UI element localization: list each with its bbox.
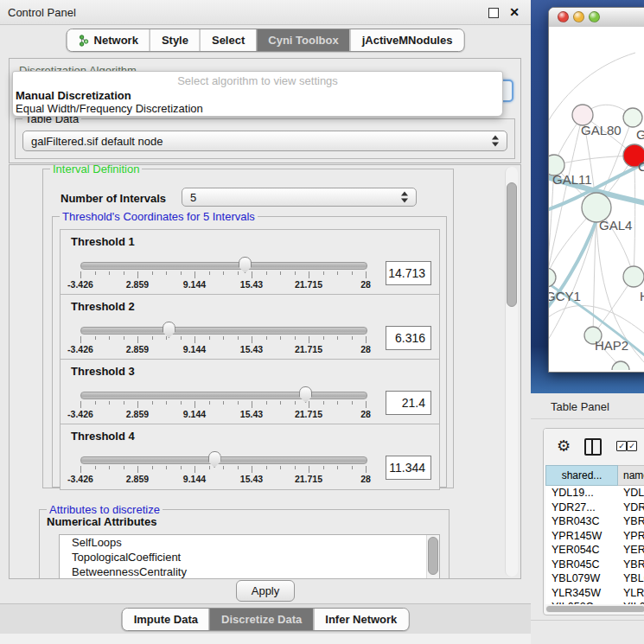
gear-icon[interactable]: ⚙	[557, 437, 571, 456]
num-intervals-combobox[interactable]: 5	[182, 188, 417, 207]
tick	[323, 466, 324, 469]
tick	[309, 466, 309, 473]
table-row[interactable]: YBL079WYBL079W	[545, 571, 644, 586]
tick	[280, 401, 281, 405]
numerical-attributes-list[interactable]: SelfLoopsTopologicalCoefficientBetweenne…	[59, 534, 440, 579]
slider-track[interactable]	[80, 327, 367, 335]
network-node-gcy1[interactable]	[549, 268, 556, 287]
apply-button[interactable]: Apply	[236, 580, 295, 602]
tab-select[interactable]: Select	[200, 29, 256, 51]
tick	[366, 466, 367, 473]
attribute-item[interactable]: TopologicalCoefficient	[60, 550, 439, 564]
tab-label: Impute Data	[134, 613, 198, 626]
tick	[124, 271, 124, 275]
tick	[252, 271, 252, 278]
tick-label: 28	[360, 409, 371, 419]
attribute-item[interactable]: BetweennessCentrality	[60, 564, 439, 579]
table-row[interactable]: YER054CYER054C	[545, 543, 644, 558]
list-scrollbar[interactable]	[426, 535, 439, 579]
spinner-arrows-icon	[492, 136, 500, 147]
column-header-name[interactable]: name	[618, 465, 644, 486]
tick	[181, 466, 182, 469]
tab-cyni-toolbox[interactable]: Cyni Toolbox	[256, 29, 349, 51]
checkbox-icon[interactable]: ✓	[627, 441, 637, 451]
tick-label: 21.715	[295, 279, 322, 290]
tab-discretize-data[interactable]: Discretize Data	[209, 609, 313, 630]
split-columns-icon[interactable]	[584, 438, 602, 456]
threshold-value-field[interactable]: 21.4	[386, 391, 431, 415]
network-window: GAL80GACGAL11GAL4GCY1HHAP2	[548, 7, 644, 373]
table-data-combobox[interactable]: galFiltered.sif default node	[22, 131, 507, 151]
threshold-value-field[interactable]: 6.316	[386, 326, 431, 350]
tab-label: Select	[212, 34, 245, 47]
table-row[interactable]: YBR045CYBR045C	[545, 558, 644, 572]
table-panel-title: Table Panel	[551, 400, 609, 413]
tab-style[interactable]: Style	[150, 29, 200, 51]
tick-label: 21.715	[295, 409, 322, 419]
zoom-traffic-light[interactable]	[589, 11, 600, 22]
cell-name: YBR043C	[618, 515, 644, 527]
table-row[interactable]: YPR145WYPR145W	[545, 529, 644, 544]
close-traffic-light[interactable]	[558, 11, 569, 22]
tick	[137, 466, 138, 473]
tick	[366, 401, 367, 408]
tick	[352, 466, 353, 469]
network-node-bottom-cut[interactable]	[612, 361, 629, 370]
table-toolbar: ⚙ ✓ ✓	[544, 429, 644, 465]
table-row[interactable]: YIL052CYIL052C	[545, 600, 644, 604]
tick-label: 9.144	[183, 344, 206, 354]
table-hscrollbar-thumb[interactable]	[546, 606, 644, 612]
tick	[238, 271, 239, 275]
tick	[238, 466, 239, 469]
slider-track[interactable]	[80, 456, 367, 464]
network-node-top-right[interactable]	[623, 108, 642, 127]
column-header-shared[interactable]: shared...	[545, 465, 618, 486]
edge	[634, 167, 635, 277]
numerical-attributes-label: Numerical Attributes	[47, 515, 156, 528]
tick-label: 28	[360, 474, 371, 484]
application-root: Control Panel ✕ NetworkStyleSelectCyni T…	[0, 0, 644, 644]
panel-scrollbar[interactable]	[505, 167, 518, 577]
num-intervals-value: 5	[190, 191, 196, 204]
attribute-item[interactable]: SelfLoops	[60, 535, 439, 550]
threshold-value-field[interactable]: 11.344	[386, 456, 431, 480]
checkbox-icon[interactable]: ✓	[616, 441, 627, 451]
tab-impute-data[interactable]: Impute Data	[123, 609, 209, 630]
tick	[109, 401, 110, 405]
desktop-background: GAL80GACGAL11GAL4GCY1HHAP2	[531, 0, 644, 393]
tick	[152, 336, 153, 340]
dropdown-option-equal-width[interactable]: Equal Width/Frequency Discretization	[13, 102, 502, 115]
list-scrollbar-thumb[interactable]	[428, 537, 438, 575]
dropdown-option-manual[interactable]: Manual Discretization	[13, 89, 502, 102]
network-canvas[interactable]: GAL80GACGAL11GAL4GCY1HHAP2	[549, 27, 644, 372]
panel-scrollbar-thumb[interactable]	[507, 182, 517, 307]
table-row[interactable]: YLR345WYLR345W	[545, 586, 644, 601]
close-icon[interactable]: ✕	[509, 5, 520, 19]
tab-jactivemnodules[interactable]: jActiveMNodules	[350, 29, 464, 51]
control-panel-titlebar: Control Panel ✕	[0, 0, 531, 25]
minimize-traffic-light[interactable]	[573, 11, 584, 22]
slider-track[interactable]	[80, 392, 367, 399]
tick-label: 9.144	[183, 279, 206, 290]
table-hscrollbar[interactable]	[545, 605, 644, 613]
tick	[323, 336, 324, 340]
tab-network[interactable]: Network	[67, 29, 150, 51]
slider-ticks	[61, 466, 439, 474]
table-panel-titlebar: Table Panel	[531, 393, 644, 419]
float-window-icon[interactable]	[488, 8, 499, 18]
threshold-label: Threshold 4	[71, 430, 135, 443]
table-data-fieldset: Table Data galFiltered.sif default node	[15, 118, 515, 159]
tick	[181, 401, 182, 405]
tick	[80, 271, 81, 278]
cell-shared-name: YLR345W	[545, 587, 618, 599]
edge	[554, 156, 634, 165]
threshold-value-field[interactable]: 14.713	[386, 261, 431, 285]
table-row[interactable]: YDR27...YDR27...	[545, 501, 644, 515]
tab-infer-network[interactable]: Infer Network	[313, 609, 408, 630]
tick-label: 2.859	[126, 344, 149, 354]
slider-track[interactable]	[80, 262, 367, 270]
table-row[interactable]: YBR043CYBR043C	[545, 514, 644, 529]
tick-label: 15.43	[240, 474, 263, 484]
table-row[interactable]: YDL19...YDL19...	[545, 486, 644, 501]
network-node-right-h[interactable]	[623, 266, 644, 287]
